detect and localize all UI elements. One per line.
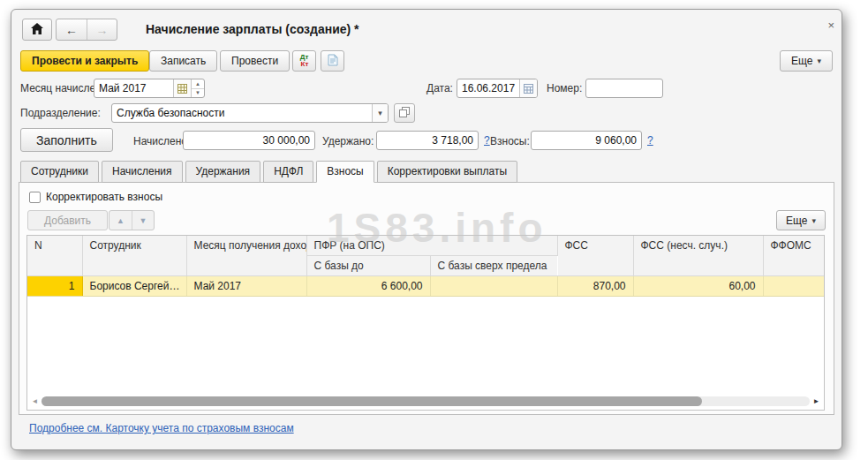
calendar-icon[interactable] xyxy=(519,79,537,97)
cell-employee[interactable]: Борисов Сергей… xyxy=(82,276,186,297)
contributions-table: N Сотрудник Месяц получения дохода ПФР (… xyxy=(26,235,825,411)
withheld-help-link[interactable]: ? xyxy=(484,134,490,147)
move-up-icon[interactable]: ▲ xyxy=(109,211,132,230)
number-field[interactable] xyxy=(585,79,663,98)
scroll-left-icon[interactable]: ◄ xyxy=(30,397,40,405)
calendar-icon[interactable] xyxy=(173,79,191,97)
insurance-card-details-link[interactable]: Подробнее см. Карточку учета по страховы… xyxy=(29,422,294,434)
salary-accrual-window: ← → Начисление зарплаты (создание) * × П… xyxy=(11,9,842,450)
dtkt-icon: ДтКт xyxy=(300,54,309,68)
contributions-help-link[interactable]: ? xyxy=(647,134,653,147)
contributions-value[interactable]: 9 060,00 xyxy=(532,132,641,149)
number-value[interactable] xyxy=(586,79,662,97)
chevron-down-icon: ▾ xyxy=(817,57,821,65)
more-button-table[interactable]: Еще▾ xyxy=(776,210,826,230)
spinner-up-icon[interactable]: ▲ xyxy=(192,79,204,88)
report-button[interactable] xyxy=(321,50,344,72)
month-field[interactable]: Май 2017 ▲ ▼ xyxy=(94,79,205,98)
month-spinner[interactable]: ▲ ▼ xyxy=(191,79,204,97)
table-command-bar: Добавить ▲ ▼ Еще▾ xyxy=(27,210,826,230)
cell-income-month[interactable]: Май 2017 xyxy=(186,276,306,297)
move-down-icon[interactable]: ▼ xyxy=(132,211,154,230)
department-label: Подразделение: xyxy=(20,107,101,119)
chevron-down-icon: ▾ xyxy=(811,216,816,225)
adjust-contributions-checkbox[interactable] xyxy=(29,192,41,203)
forward-button[interactable]: → xyxy=(87,19,117,40)
cell-fss[interactable]: 870,00 xyxy=(557,276,633,297)
cell-pfr-over[interactable] xyxy=(430,276,557,297)
adjust-contributions-row: Корректировать взносы xyxy=(29,191,162,203)
page-title: Начисление зарплаты (создание) * xyxy=(146,22,359,36)
withheld-value[interactable]: 3 718,00 xyxy=(377,132,478,149)
tab-ndfl[interactable]: НДФЛ xyxy=(263,161,313,183)
cell-fss-accident[interactable]: 60,00 xyxy=(633,276,763,297)
tab-contributions[interactable]: Взносы xyxy=(316,161,374,183)
tab-bar: Сотрудники Начисления Удержания НДФЛ Взн… xyxy=(20,161,520,183)
col-header-fss-accident[interactable]: ФСС (несч. случ.) xyxy=(633,236,763,276)
tab-payment-adjustments[interactable]: Корректировки выплаты xyxy=(377,161,517,183)
col-header-employee[interactable]: Сотрудник xyxy=(82,236,186,276)
accrued-value[interactable]: 30 000,00 xyxy=(184,132,314,149)
date-field[interactable]: 16.06.2017 xyxy=(457,79,538,98)
forward-icon: → xyxy=(96,23,109,37)
cell-pfr-under[interactable]: 6 600,00 xyxy=(306,276,430,297)
month-value[interactable]: Май 2017 xyxy=(94,79,173,97)
document-icon xyxy=(328,54,338,69)
open-department-button[interactable] xyxy=(394,103,415,123)
date-label: Дата: xyxy=(426,82,453,94)
scrollbar-thumb[interactable] xyxy=(42,396,702,406)
back-icon: ← xyxy=(65,23,78,37)
toolbar: Провести и закрыть Записать Провести ДтК… xyxy=(20,50,833,73)
contributions-panel: 1S83.info Корректировать взносы Добавить… xyxy=(19,182,834,415)
home-icon xyxy=(31,23,43,37)
date-value[interactable]: 16.06.2017 xyxy=(457,79,519,97)
post-button[interactable]: Провести xyxy=(220,50,290,72)
withheld-field[interactable]: 3 718,00 xyxy=(376,131,479,150)
horizontal-scrollbar[interactable]: ◄ ► xyxy=(30,396,821,407)
cell-ffoms[interactable] xyxy=(763,276,824,297)
cell-n[interactable]: 1 xyxy=(27,276,82,297)
dtkt-postings-button[interactable]: ДтКт xyxy=(292,50,316,72)
col-header-pfr-under[interactable]: С базы до xyxy=(306,256,430,276)
number-label: Номер: xyxy=(547,82,582,94)
col-header-pfr-over[interactable]: С базы сверх предела xyxy=(430,256,557,276)
move-row-group: ▲ ▼ xyxy=(109,210,155,230)
close-icon[interactable]: × xyxy=(827,19,834,32)
spinner-down-icon[interactable]: ▼ xyxy=(192,88,204,98)
accrued-field[interactable]: 30 000,00 xyxy=(183,131,315,150)
col-header-ffoms[interactable]: ФФОМС xyxy=(763,236,824,276)
write-button[interactable]: Записать xyxy=(149,50,217,72)
tab-accruals[interactable]: Начисления xyxy=(102,161,183,183)
history-nav-group: ← → xyxy=(56,19,117,41)
scroll-right-icon[interactable]: ► xyxy=(811,397,821,405)
more-button-top[interactable]: Еще▾ xyxy=(780,50,833,72)
col-header-pfr[interactable]: ПФР (на ОПС) xyxy=(306,236,557,256)
adjust-contributions-label: Корректировать взносы xyxy=(46,191,162,203)
contributions-field[interactable]: 9 060,00 xyxy=(531,131,642,150)
tab-deductions[interactable]: Удержания xyxy=(185,161,261,183)
home-button[interactable] xyxy=(22,19,52,41)
open-in-window-icon xyxy=(399,107,410,120)
table-row[interactable]: 1 Борисов Сергей… Май 2017 6 600,00 870,… xyxy=(27,276,824,297)
col-header-fss[interactable]: ФСС xyxy=(557,236,633,276)
back-button[interactable]: ← xyxy=(57,19,87,40)
accrued-label: Начислено: xyxy=(133,135,190,147)
department-combo[interactable]: Служба безопасности ▾ xyxy=(111,103,389,123)
tab-employees[interactable]: Сотрудники xyxy=(20,161,99,183)
scrollbar-track[interactable] xyxy=(42,396,810,406)
department-value[interactable]: Служба безопасности xyxy=(112,104,372,122)
post-and-close-button[interactable]: Провести и закрыть xyxy=(20,50,149,72)
chevron-down-icon[interactable]: ▾ xyxy=(372,104,388,122)
withheld-label: Удержано: xyxy=(322,135,374,147)
col-header-n[interactable]: N xyxy=(27,236,82,276)
add-row-button[interactable]: Добавить xyxy=(27,210,108,230)
fill-button[interactable]: Заполнить xyxy=(20,128,113,152)
col-header-income-month[interactable]: Месяц получения дохода xyxy=(186,236,306,276)
contributions-label: Взносы: xyxy=(490,135,530,147)
